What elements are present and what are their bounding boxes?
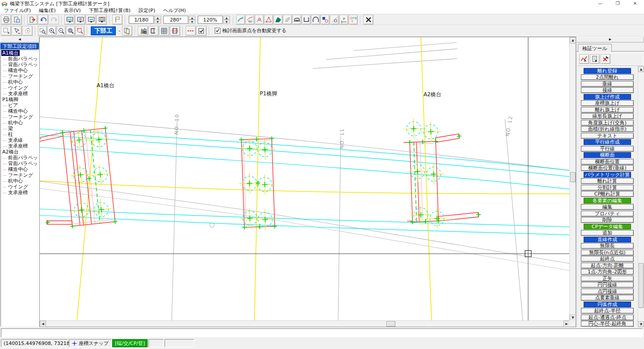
tool-button[interactable]: 分割計算: [581, 185, 634, 191]
cps-data-icon[interactable]: CPS6: [349, 15, 358, 25]
select-remove-icon[interactable]: [12, 26, 22, 36]
snap-toggle[interactable]: 座標スナップ: [69, 339, 111, 347]
alignment-curve-icon[interactable]: [236, 15, 245, 25]
restore-button[interactable]: ❐: [610, 0, 625, 7]
triangulation-icon[interactable]: [264, 15, 273, 25]
scroll-right-icon[interactable]: ▶: [564, 321, 570, 327]
tool-button[interactable]: 平行線: [581, 146, 634, 152]
zoom-out-icon[interactable]: [57, 26, 66, 36]
tool-button[interactable]: CP離れ計算: [581, 191, 634, 197]
zoom-spinner-down[interactable]: ▼: [223, 20, 230, 24]
print-preview-icon[interactable]: [12, 15, 22, 25]
tool-button[interactable]: 2点間離れ: [581, 74, 634, 80]
canvas-horizontal-scrollbar[interactable]: ◀ ▶: [40, 320, 570, 327]
section-view-icon[interactable]: [148, 26, 159, 36]
contour-lines-icon[interactable]: [283, 15, 292, 25]
export-drawing-icon[interactable]: [27, 15, 38, 25]
scale-spinner-up[interactable]: ▲: [154, 16, 161, 20]
tool-section-header[interactable]: パラメトリック計算: [584, 172, 631, 178]
scale-spinner-value[interactable]: 1/180: [129, 16, 154, 24]
table-view-icon[interactable]: [159, 26, 169, 36]
drawing-settings-icon[interactable]: [112, 15, 123, 25]
tool-button[interactable]: 円円接線: [581, 282, 634, 288]
angle-spinner-value[interactable]: 280°: [163, 16, 188, 24]
grid-section-icon[interactable]: [170, 26, 180, 36]
culvert-icon[interactable]: [302, 15, 311, 25]
tool-button[interactable]: 接線: [581, 87, 634, 93]
tool-section-header[interactable]: 円弧作成: [584, 302, 631, 307]
tool-button[interactable]: 座標旗上げ: [581, 100, 634, 106]
tool-button[interactable]: 無限長(n点近似): [581, 250, 634, 255]
tool-section-header[interactable]: 各要素の編集: [584, 198, 631, 204]
tool-section-header[interactable]: 平行線作成: [584, 139, 631, 145]
tool-button[interactable]: 追加: [581, 230, 634, 236]
tool-button[interactable]: 削除: [581, 217, 634, 223]
bridge-icon[interactable]: [292, 15, 301, 25]
canvas-vertical-scrollbar[interactable]: ▲ ▼: [569, 37, 576, 321]
menu-substructure-calc[interactable]: 下部工座標計算(B): [85, 7, 135, 14]
angle-measure-icon[interactable]: [330, 15, 339, 25]
close-button[interactable]: ✕: [627, 0, 643, 7]
print-icon[interactable]: [1, 15, 11, 25]
panel-scrollbar[interactable]: ▲ ▼: [638, 66, 644, 327]
arch-icon[interactable]: [311, 15, 320, 25]
tool-button[interactable]: 横断面位置(垂線): [581, 165, 634, 171]
tool-section-header[interactable]: 離れ登録: [584, 68, 631, 74]
tree-item[interactable]: 支承座標: [1, 190, 38, 196]
scale-spinner-down[interactable]: ▼: [154, 20, 161, 24]
origin-auto-change-checkbox[interactable]: 検討画面原点を自動変更する: [215, 27, 287, 34]
drawing-canvas[interactable]: A1橋台 P1橋脚 A2橋台 NO. 10 NO. 11 NO. 12: [40, 37, 570, 321]
select-add-icon[interactable]: [1, 26, 11, 36]
tool-button[interactable]: 正矢: [581, 276, 634, 281]
scroll-left-icon[interactable]: ◀: [40, 321, 46, 327]
tool-button[interactable]: 横断面位置: [581, 159, 634, 165]
dimension-icon[interactable]: P: [339, 15, 348, 25]
tool-button[interactable]: 線形長旗上げ: [581, 113, 634, 119]
vertical-scroll-thumb[interactable]: [570, 172, 576, 182]
view-section-icon[interactable]: [75, 15, 85, 25]
tool-button[interactable]: プロパティ: [581, 211, 634, 217]
tool-button[interactable]: 面積(折れ線指示): [581, 126, 634, 132]
view-3d-icon[interactable]: [97, 15, 107, 25]
tool-button[interactable]: 編集: [581, 204, 634, 210]
substructure-mode-button[interactable]: 下部工: [91, 26, 116, 35]
tool-button[interactable]: 1点-方向角-2図形: [581, 269, 634, 275]
tool-button[interactable]: テキスト: [581, 133, 634, 139]
area-polygon-icon[interactable]: [274, 15, 283, 25]
menu-settings[interactable]: 設定(P): [135, 7, 159, 14]
minimize-button[interactable]: —: [593, 0, 608, 7]
copy-page-icon[interactable]: [122, 26, 132, 36]
tool-button[interactable]: 起点-通過点-終点: [581, 315, 634, 320]
tool-button[interactable]: 円心-半径-起終角: [581, 321, 634, 327]
tool-button[interactable]: 起終点-半径: [581, 308, 634, 314]
properties-icon[interactable]: [590, 54, 600, 64]
angle-spinner-down[interactable]: ▼: [189, 20, 195, 24]
tool-button[interactable]: 点要素垂線: [581, 295, 634, 301]
station-number-icon[interactable]: NO: [246, 15, 254, 25]
edit-mode-button[interactable]: 編: [138, 26, 148, 36]
tool-section-header[interactable]: CPデータ編集: [584, 224, 631, 230]
scroll-up-icon[interactable]: ▲: [570, 37, 576, 43]
tool-button[interactable]: 離れ旗上げ: [581, 107, 634, 113]
snap-modes-badge[interactable]: [端/交/CP/登]: [112, 339, 148, 347]
zoom-window-icon[interactable]: [66, 26, 75, 36]
menu-view[interactable]: 表示(V): [60, 7, 85, 14]
tool-section-header[interactable]: 直線作成: [584, 237, 631, 243]
confirm-check-icon[interactable]: [196, 26, 207, 36]
angle-spinner-up[interactable]: ▲: [189, 16, 195, 20]
tool-button[interactable]: 無限長: [581, 243, 634, 249]
tool-button[interactable]: 点円接線: [581, 289, 634, 294]
scroll-down-icon[interactable]: ▼: [570, 315, 576, 321]
view-plan-icon[interactable]: [64, 15, 75, 25]
menu-help[interactable]: ヘルプ(H): [159, 7, 190, 14]
menu-edit[interactable]: 編集(E): [35, 7, 60, 14]
delete-tool-icon[interactable]: [601, 54, 610, 64]
panel-scroll-up-icon[interactable]: ▲: [638, 66, 644, 72]
horizontal-scroll-thumb[interactable]: [386, 321, 395, 327]
undo-icon[interactable]: [38, 15, 48, 25]
zoom-spinner-up[interactable]: ▲: [223, 16, 230, 20]
measure-pick-icon[interactable]: [579, 54, 589, 64]
zoom-select-icon[interactable]: [38, 26, 47, 36]
panel-collapse-button[interactable]: ▶: [576, 37, 644, 43]
panel-scroll-thumb[interactable]: [639, 263, 644, 308]
